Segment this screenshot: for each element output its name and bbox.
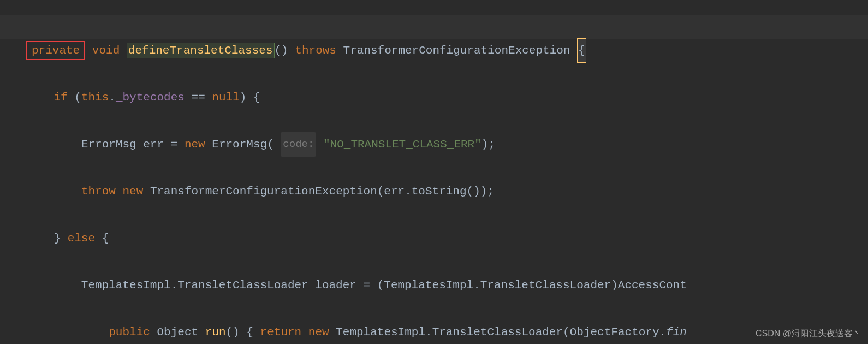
code-line-5[interactable]: } else { <box>26 227 868 250</box>
code-line-3[interactable]: ErrorMsg err = new ErrorMsg( code: "NO_T… <box>26 133 868 156</box>
string-literal: "NO_TRANSLET_CLASS_ERR" <box>323 133 481 156</box>
keyword-private: private <box>32 44 80 57</box>
code-line-4[interactable]: throw new TransformerConfigurationExcept… <box>26 180 868 203</box>
keyword-new: new <box>122 180 143 203</box>
keyword-public: public <box>109 321 150 344</box>
keyword-if: if <box>53 86 67 109</box>
code-line-6[interactable]: TemplatesImpl.TransletClassLoader loader… <box>26 274 868 297</box>
keyword-throw: throw <box>81 180 116 203</box>
keyword-return: return <box>260 321 302 344</box>
current-line-highlight <box>0 15 868 39</box>
exception-type: TransformerConfigurationException <box>343 39 570 62</box>
keyword-else: else <box>68 227 95 250</box>
keyword-this: this <box>81 86 109 109</box>
code-line-1[interactable]: private void defineTransletClasses() thr… <box>26 39 868 62</box>
highlight-box-red: private <box>26 41 85 60</box>
brace-cursor: { <box>577 38 586 63</box>
param-hint: code: <box>281 132 316 157</box>
keyword-void: void <box>92 39 120 62</box>
field-bytecodes: _bytecodes <box>116 86 185 109</box>
highlight-box-green: defineTransletClasses <box>127 43 275 58</box>
method-name: defineTransletClasses <box>128 44 273 57</box>
keyword-new: new <box>185 133 205 156</box>
keyword-null: null <box>212 86 239 109</box>
code-editor[interactable]: private void defineTransletClasses() thr… <box>0 0 868 344</box>
method-run: run <box>205 321 226 344</box>
code-line-7[interactable]: public Object run() { return new Templat… <box>26 321 868 344</box>
code-line-2[interactable]: if (this._bytecodes == null) { <box>26 86 868 109</box>
type-errormsg: ErrorMsg <box>81 133 136 156</box>
keyword-throws: throws <box>295 39 336 62</box>
watermark: CSDN @浔阳江头夜送客丶 <box>756 328 861 340</box>
keyword-new: new <box>308 321 329 344</box>
